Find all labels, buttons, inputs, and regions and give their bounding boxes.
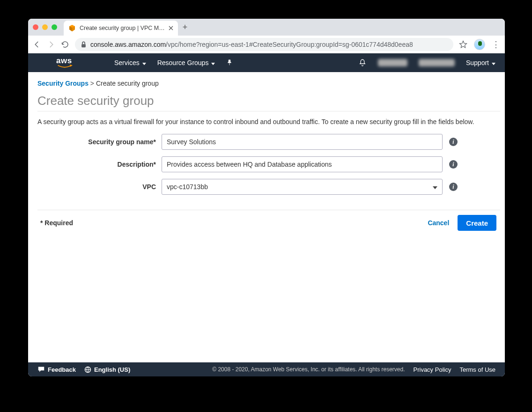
- divider: [37, 210, 500, 210]
- aws-top-nav: aws Services Resource Groups xxxxx xxxxx…: [28, 53, 505, 72]
- url-path: /vpc/home?region=us-east-1#CreateSecurit…: [166, 41, 413, 48]
- nav-resource-groups-label: Resource Groups: [157, 59, 209, 66]
- page-viewport: aws Services Resource Groups xxxxx xxxxx…: [28, 53, 505, 376]
- info-icon[interactable]: i: [449, 160, 458, 169]
- lock-icon: [81, 41, 87, 48]
- region-menu[interactable]: xxxxxxx: [419, 59, 455, 66]
- new-tab-button[interactable]: +: [183, 22, 188, 32]
- address-bar: console.aws.amazon.com/vpc/home?region=u…: [28, 36, 505, 53]
- bookmark-star-icon[interactable]: [459, 40, 467, 49]
- tab-close-icon[interactable]: [169, 26, 173, 30]
- chevron-down-icon: [142, 59, 146, 66]
- chevron-down-icon: [211, 59, 215, 66]
- address-bar-right: ⋮: [459, 39, 500, 50]
- chevron-down-icon: [492, 59, 495, 66]
- nav-services-label: Services: [114, 59, 140, 66]
- account-menu[interactable]: xxxxx: [378, 59, 407, 66]
- aws-logo[interactable]: aws: [56, 56, 73, 68]
- language-selector[interactable]: English (US): [84, 366, 130, 373]
- row-vpc: VPC vpc-c10713bb i: [37, 179, 500, 195]
- nav-services[interactable]: Services: [114, 59, 146, 66]
- label-vpc: VPC: [37, 183, 162, 191]
- breadcrumb: Security Groups > Create security group: [37, 80, 500, 87]
- terms-of-use-link[interactable]: Terms of Use: [459, 366, 495, 373]
- pin-icon[interactable]: [226, 59, 233, 66]
- breadcrumb-current: Create security group: [96, 80, 159, 87]
- input-security-group-name[interactable]: [162, 134, 443, 150]
- url-host: console.aws.amazon.com: [90, 41, 166, 48]
- select-vpc[interactable]: vpc-c10713bb: [162, 179, 443, 195]
- copyright-text: © 2008 - 2020, Amazon Web Services, Inc.…: [212, 366, 405, 373]
- select-vpc-value: vpc-c10713bb: [167, 183, 208, 191]
- aws-footer: Feedback English (US) © 2008 - 2020, Ama…: [28, 362, 505, 376]
- browser-window: Create security group | VPC M… + console…: [28, 19, 505, 376]
- page-title: Create security group: [37, 94, 500, 111]
- profile-avatar[interactable]: [474, 39, 485, 50]
- nav-back-icon[interactable]: [33, 40, 41, 49]
- row-description: Description* i: [37, 156, 500, 172]
- page-helptext: A security group acts as a virtual firew…: [37, 118, 500, 125]
- window-zoom-icon[interactable]: [52, 24, 57, 30]
- browser-tab[interactable]: Create security group | VPC M…: [64, 21, 178, 36]
- nav-forward-icon[interactable]: [47, 40, 55, 49]
- nav-reload-icon[interactable]: [61, 40, 69, 49]
- label-description: Description*: [37, 161, 162, 168]
- browser-menu-icon[interactable]: ⋮: [492, 40, 500, 49]
- input-description[interactable]: [162, 156, 443, 172]
- notifications-icon[interactable]: [358, 59, 367, 67]
- aws-favicon: [68, 24, 76, 32]
- breadcrumb-parent-link[interactable]: Security Groups: [37, 80, 89, 87]
- svg-rect-0: [81, 44, 86, 47]
- window-controls: [33, 24, 57, 30]
- nav-resource-groups[interactable]: Resource Groups: [157, 59, 215, 66]
- feedback-label: Feedback: [48, 366, 76, 373]
- feedback-link[interactable]: Feedback: [37, 366, 76, 373]
- tab-strip: Create security group | VPC M… +: [28, 19, 505, 36]
- main-content: Security Groups > Create security group …: [28, 72, 505, 362]
- window-close-icon[interactable]: [33, 24, 38, 30]
- label-security-group-name: Security group name*: [37, 138, 162, 146]
- row-security-group-name: Security group name* i: [37, 134, 500, 150]
- nav-support[interactable]: Support: [466, 59, 495, 66]
- url-text: console.aws.amazon.com/vpc/home?region=u…: [90, 41, 413, 48]
- url-field[interactable]: console.aws.amazon.com/vpc/home?region=u…: [75, 38, 453, 51]
- privacy-policy-link[interactable]: Privacy Policy: [414, 366, 451, 373]
- language-label: English (US): [94, 366, 130, 373]
- breadcrumb-sep: >: [90, 80, 94, 87]
- info-icon[interactable]: i: [449, 138, 458, 146]
- tab-title: Create security group | VPC M…: [80, 25, 165, 31]
- actions-row: * Required Cancel Create: [37, 215, 500, 231]
- chevron-down-icon: [433, 183, 437, 191]
- required-note: * Required: [40, 219, 73, 227]
- create-button[interactable]: Create: [458, 215, 496, 231]
- window-minimize-icon[interactable]: [42, 24, 48, 30]
- info-icon[interactable]: i: [449, 183, 458, 191]
- cancel-button[interactable]: Cancel: [428, 219, 449, 227]
- nav-support-label: Support: [466, 59, 489, 66]
